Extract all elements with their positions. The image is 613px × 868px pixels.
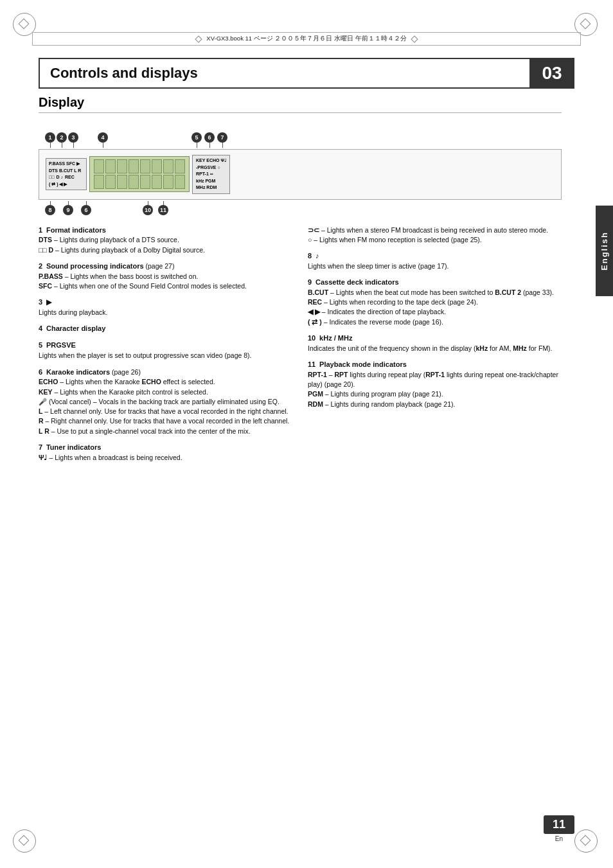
lcd-seg-6 (152, 159, 162, 173)
section-stereo: ⊃⊂ – Lights when a stereo FM broadcast i… (308, 226, 562, 245)
callout-7: 7 (217, 132, 227, 143)
label-dts: DTS B.CUT L R (49, 168, 84, 175)
lcd-seg-15 (163, 175, 173, 189)
callout-6: 6 (204, 132, 215, 143)
lcd-seg-16 (175, 175, 185, 189)
lcd-seg-8 (175, 159, 185, 173)
lcd-seg-7 (163, 159, 173, 173)
label-rpt: RPT-1 ∞ (196, 171, 226, 178)
lcd-seg-9 (94, 175, 104, 189)
main-content: Display 1 2 3 (39, 95, 562, 817)
reg-mark-bl (13, 829, 39, 855)
lcd-seg-11 (117, 175, 127, 189)
label-rec: REC (65, 174, 75, 181)
page-header: Controls and displays 03 (39, 58, 574, 89)
right-column: ⊃⊂ – Lights when a stereo FM broadcast i… (308, 226, 562, 469)
left-labels-panel: P.BASS SFC ▶ DTS B.CUT L R □□ D ♪ REC ( … (46, 158, 87, 190)
page-number: 11 (544, 815, 574, 834)
file-diamond-right (411, 35, 418, 42)
lcd-seg-13 (140, 175, 150, 189)
lcd-seg-2 (105, 159, 116, 173)
callout-10: 10 (143, 205, 153, 215)
section-10: 10 kHz / MHz Indicates the unit of the f… (308, 333, 562, 353)
section-2: 2 Sound processing indicators (page 27) … (39, 261, 292, 291)
label-icons-row: □□ D ♪ REC (49, 174, 84, 181)
lcd-char-display (89, 156, 190, 192)
page-title: Controls and displays (50, 65, 198, 82)
lcd-seg-10 (105, 175, 116, 189)
left-column: 1 Format indicators DTS – Lights during … (39, 226, 292, 469)
display-diagram: 1 2 3 4 (39, 118, 562, 215)
section-9: 9 Cassette deck indicators B.CUT – Light… (308, 278, 562, 327)
section-5: 5 PRGSVE Lights when the player is set t… (39, 341, 292, 360)
callout-2: 2 (57, 132, 67, 143)
display-section: Display 1 2 3 (39, 95, 562, 469)
lcd-seg-3 (117, 159, 127, 173)
section-6: 6 Karaoke indicators (page 26) ECHO – Li… (39, 368, 292, 436)
label-arrows: ( ⇄ ) ◀ ▶ (49, 181, 84, 188)
label-pbass-sfc: P.BASS SFC ▶ (49, 161, 84, 168)
file-info-bar: XV-GX3.book 11 ページ ２００５年７月６日 水曜日 午前１１時４２… (32, 32, 581, 46)
lcd-seg-4 (129, 159, 139, 173)
reg-mark-br (574, 829, 600, 855)
label-d: D ♪ (56, 174, 63, 181)
file-info-text: XV-GX3.book 11 ページ ２００５年７月６日 水曜日 午前１１時４２… (206, 35, 406, 43)
callout-3: 3 (68, 132, 78, 143)
lcd-seg-5 (140, 159, 150, 173)
label-key-echo: KEY ECHO Ψ♩ (196, 157, 226, 164)
callout-8: 8 (45, 205, 55, 215)
label-prgsve: -PRGSVE ○ (196, 164, 226, 172)
two-column-content: 1 Format indicators DTS – Lights during … (39, 226, 562, 469)
callout-1: 1 (45, 132, 55, 143)
callout-4: 4 (98, 132, 108, 143)
section-3: 3 ▶ Lights during playback. (39, 297, 292, 317)
chapter-number: 03 (529, 58, 574, 89)
label-khz-pgm: kHz PGM (196, 178, 226, 185)
lcd-seg-12 (129, 175, 139, 189)
language-tab: English (596, 206, 613, 296)
callout-numbers-row: 1 2 3 4 (39, 132, 562, 148)
lcd-display-box: P.BASS SFC ▶ DTS B.CUT L R □□ D ♪ REC ( … (39, 149, 562, 200)
section-1: 1 Format indicators DTS – Lights during … (39, 226, 292, 255)
label-mhz-rdm: MHz RDM (196, 184, 226, 191)
page-en: En (555, 835, 563, 842)
lcd-row-top (94, 159, 185, 189)
display-section-title: Display (39, 95, 84, 110)
callout-6b: 6 (81, 205, 91, 215)
file-diamond (195, 35, 202, 42)
section-11: 11 Playback mode indicators RPT-1 – RPT … (308, 360, 562, 409)
lcd-seg-1 (94, 159, 104, 173)
callout-bottom-row: 8 9 6 10 (39, 201, 562, 215)
right-labels-panel: KEY ECHO Ψ♩ -PRGSVE ○ RPT-1 ∞ kHz PGM MH… (192, 155, 230, 194)
lcd-seg-14 (152, 175, 162, 189)
callout-5: 5 (191, 132, 202, 143)
page-title-box: Controls and displays (39, 58, 529, 89)
section-8: 8 ♪ Lights when the sleep timer is activ… (308, 251, 562, 271)
label-dolby: □□ (49, 174, 54, 181)
page-number-section: 11 En (544, 815, 574, 842)
section-7: 7 Tuner indicators Ψ♩ – Lights when a br… (39, 443, 292, 463)
section-4: 4 Character display (39, 324, 292, 334)
callout-9: 9 (63, 205, 73, 215)
callout-11: 11 (158, 205, 168, 215)
